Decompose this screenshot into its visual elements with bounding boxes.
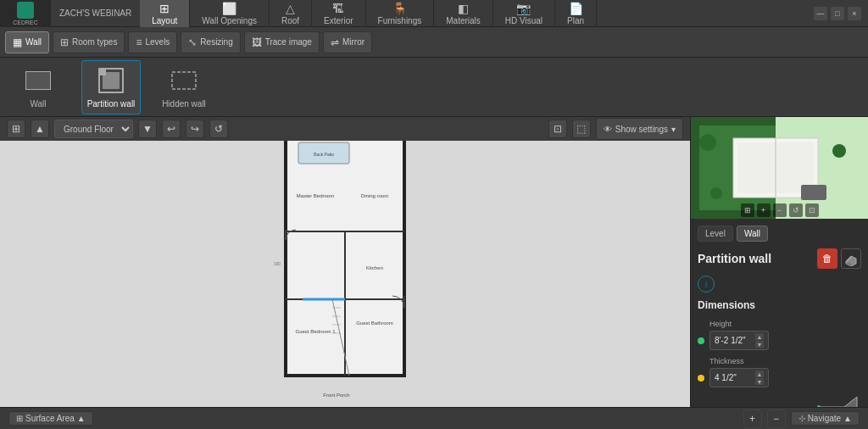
view-icon-1[interactable]: ⊡ [548,120,567,138]
svg-point-37 [699,134,716,151]
undo-button[interactable]: ↩ [162,120,181,138]
svg-rect-4 [99,69,106,75]
settings-icon: 👁 [604,125,612,134]
height-down-button[interactable]: ▼ [755,341,764,348]
wall-type-partition-btn[interactable]: Partition wall [81,60,141,114]
toolbar-levels-btn[interactable]: ≡ Levels [128,31,177,53]
redo-button[interactable]: ↪ [186,120,204,138]
navigate-chevron: ▲ [843,414,852,423]
trace-image-icon: 🖼 [252,36,262,48]
view-icon-2[interactable]: ⬚ [572,120,591,138]
close-button[interactable]: × [848,7,861,20]
toolbar-trace-image-label: Trace image [265,37,312,47]
svg-text:Dining room: Dining room [361,193,388,198]
preview-ctrl-3[interactable]: − [773,203,787,217]
thickness-spinners: ▲ ▼ [755,370,764,385]
svg-point-38 [832,144,846,158]
surface-area-label: Surface Area [25,414,75,423]
resizing-icon: ⤡ [188,36,197,48]
svg-text:Back Patio: Back Patio [314,152,334,157]
navigate-label: Navigate [808,414,841,423]
height-value: 8'-2 1/2" [715,336,755,345]
nav-tab-roof[interactable]: △ Roof [270,0,312,27]
toolbar-mirror-btn[interactable]: ⇌ Mirror [323,31,372,53]
height-label: Height [709,320,861,328]
thickness-down-button[interactable]: ▼ [755,378,764,385]
preview-ctrl-5[interactable]: ⊡ [805,203,819,217]
svg-rect-1 [26,72,50,89]
toolbar-room-types-btn[interactable]: ⊞ Room types [53,31,125,53]
toolbar-mirror-label: Mirror [342,37,364,47]
floor-down-button[interactable]: ▼ [138,120,157,138]
wall-type-partition-label: Partition wall [87,99,136,109]
nav-tab-hd-visual[interactable]: 📷 HD Visual [493,0,555,27]
props-panel: Level Wall Partition wall 🗑 [691,219,868,407]
preview-ctrl-4[interactable]: ↺ [789,203,803,217]
props-tab-level[interactable]: Level [698,226,733,242]
toolbar-wall-btn[interactable]: ▦ Wall [5,31,49,53]
navigate-button[interactable]: ⊹ Navigate ▲ [791,411,860,426]
main-area: ⊞ ▲ Ground Floor ▼ ↩ ↪ ↺ ⊡ ⬚ 👁 Show sett… [0,117,868,407]
floor-up-button[interactable]: ▲ [31,120,49,138]
nav-tab-plan-label: Plan [567,16,584,25]
nav-tab-furnishings-label: Furnishings [378,16,422,25]
wall-type-hidden-icon [169,65,199,96]
zoom-out-button[interactable]: − [767,410,786,428]
nav-tab-layout[interactable]: ⊞ Layout [140,0,190,27]
svg-text:Kitchen: Kitchen [366,265,383,270]
zoom-in-button[interactable]: + [743,410,762,428]
settings-chevron-icon: ▾ [671,125,676,134]
nav-tab-roof-label: Roof [281,16,299,25]
status-bar: ⊞ Surface Area ▲ + − ⊹ Navigate ▲ [0,407,868,429]
svg-rect-36 [801,185,826,200]
props-tab-level-label: Level [705,229,726,238]
nav-tab-plan[interactable]: 📄 Plan [555,0,597,27]
nav-tab-furnishings[interactable]: 🪑 Furnishings [366,0,435,27]
status-left: ⊞ Surface Area ▲ [8,411,93,426]
props-header: Level Wall [698,226,861,242]
thickness-value-box[interactable]: 4 1/2" ▲ ▼ [709,368,769,387]
wall-type-wall-label: Wall [30,99,46,109]
props-tab-wall-label: Wall [744,229,760,238]
preview-controls: ⊞ + − ↺ ⊡ [691,203,868,217]
delete-element-button[interactable]: 🗑 [817,248,837,269]
height-up-button[interactable]: ▲ [755,333,764,340]
preview-ctrl-2[interactable]: + [757,203,771,217]
materials-icon: ◧ [458,2,469,15]
nav-tab-materials[interactable]: ◧ Materials [434,0,493,27]
wall-type-wall-btn[interactable]: Wall [8,60,68,114]
svg-text:Master Bedroom: Master Bedroom [297,193,334,198]
props-tab-wall[interactable]: Wall [737,226,768,242]
maximize-button[interactable]: □ [831,7,844,20]
wall-tb-icon: ▦ [13,36,22,48]
minimize-button[interactable]: — [814,7,827,20]
nav-tab-hd-visual-label: HD Visual [505,16,542,25]
floor-level-select[interactable]: Ground Floor [54,120,133,138]
top-nav-bar: CEDREC ZACH'S WEBINAR ⊞ Layout ⬜ Wall Op… [0,0,868,27]
wall-type-hidden-btn[interactable]: Hidden wall [154,60,214,114]
surface-area-button[interactable]: ⊞ Surface Area ▲ [8,411,93,426]
preview-ctrl-1[interactable]: ⊞ [741,203,754,217]
status-right: + − ⊹ Navigate ▲ [743,410,860,428]
zoom-fit-button[interactable]: ⊞ [7,120,25,138]
layout-icon: ⊞ [159,2,170,15]
logo-icon [17,2,34,19]
toolbar-resizing-btn[interactable]: ⤡ Resizing [181,31,240,53]
toolbar-room-types-label: Room types [72,37,117,47]
show-settings-button[interactable]: 👁 Show settings ▾ [596,118,683,140]
hd-visual-icon: 📷 [516,2,531,15]
floorplan-canvas[interactable]: Master Bedroom Dining room Kitchen Guest… [0,141,690,407]
nav-tab-exterior[interactable]: 🏗 Exterior [312,0,365,27]
refresh-button[interactable]: ↺ [209,120,228,138]
right-panel: ⊞ + − ↺ ⊡ Level Wall Partition wall 🗑 [690,117,868,407]
floorplan-svg: Master Bedroom Dining room Kitchen Guest… [252,141,438,407]
thickness-up-button[interactable]: ▲ [755,370,764,377]
plan-icon: 📄 [569,2,583,15]
nav-tab-wall-openings-label: Wall Openings [202,16,257,25]
thickness-row: 4 1/2" ▲ ▼ [698,368,861,387]
height-value-box[interactable]: 8'-2 1/2" ▲ ▼ [709,331,769,350]
nav-tab-materials-label: Materials [446,16,481,25]
nav-tab-wall-openings[interactable]: ⬜ Wall Openings [190,0,270,27]
toolbar-trace-image-btn[interactable]: 🖼 Trace image [244,31,320,53]
room-types-icon: ⊞ [60,36,69,48]
